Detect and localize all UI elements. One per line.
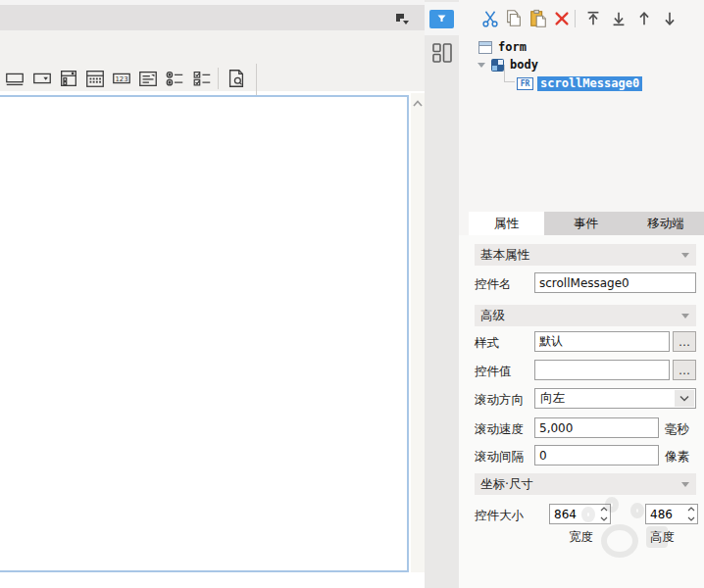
designer-region: 123 控件 <box>0 0 425 588</box>
tree-connector <box>504 65 515 82</box>
tree-node-label-selected: scrollMessage0 <box>537 76 642 91</box>
control-size-label: 控件大小 <box>475 508 524 524</box>
width-spinner[interactable] <box>549 504 611 524</box>
fr-control-icon: FR <box>517 77 533 90</box>
scroll-speed-label: 滚动速度 <box>475 421 524 438</box>
style-label: 样式 <box>475 335 499 352</box>
cut-icon[interactable] <box>479 8 501 29</box>
move-down-icon[interactable] <box>659 8 680 29</box>
toolbox-toggle-button[interactable] <box>429 10 454 28</box>
svg-text:123: 123 <box>115 75 127 83</box>
width-spin-down-icon[interactable] <box>597 514 610 524</box>
number-field-control-icon[interactable]: 123 <box>110 67 133 90</box>
toolbox-toggle-wrap <box>425 2 459 35</box>
height-input[interactable] <box>646 505 683 523</box>
tab-mobile[interactable]: 移动端 <box>628 212 704 235</box>
control-value-ellipsis-button[interactable]: … <box>673 360 696 380</box>
tab-properties[interactable]: 属性 <box>469 212 544 235</box>
canvas-scrollbar[interactable] <box>411 93 425 572</box>
mid-toolbar-strip <box>425 0 459 588</box>
collapse-caret-icon <box>681 314 689 318</box>
control-name-label: 控件名 <box>475 276 512 293</box>
ribbon-pin-icon[interactable] <box>394 12 410 25</box>
control-value-label: 控件值 <box>475 364 512 380</box>
section-title: 坐标·尺寸 <box>480 476 533 493</box>
preview-icon[interactable] <box>225 67 248 90</box>
height-sublabel: 高度 <box>650 529 675 546</box>
style-ellipsis-button[interactable]: … <box>673 331 696 352</box>
copy-icon[interactable] <box>503 8 525 29</box>
checkbox-group-control-icon[interactable] <box>190 67 214 90</box>
section-title: 基本属性 <box>480 247 529 264</box>
form-icon <box>478 41 492 54</box>
move-bottom-icon[interactable] <box>608 8 629 29</box>
control-value-input[interactable] <box>534 360 670 380</box>
selected-option: 向左 <box>540 390 565 407</box>
scroll-interval-input[interactable] <box>534 445 659 466</box>
section-title: 高级 <box>480 308 505 324</box>
scroll-interval-label: 滚动间隔 <box>475 449 524 466</box>
scroll-speed-input[interactable] <box>534 417 659 438</box>
scroll-interval-unit: 像素 <box>665 449 689 466</box>
section-coords-size[interactable]: 坐标·尺寸 <box>475 473 696 495</box>
delete-icon[interactable] <box>551 8 573 29</box>
design-canvas[interactable] <box>0 95 409 572</box>
textarea-control-icon[interactable] <box>136 67 160 90</box>
toolbar-separator <box>575 10 576 27</box>
control-name-input[interactable] <box>534 272 696 293</box>
width-sublabel: 宽度 <box>569 529 593 546</box>
tree-node-label: form <box>498 40 527 54</box>
section-advanced[interactable]: 高级 <box>475 305 696 326</box>
select-chevron-icon[interactable] <box>675 390 694 407</box>
property-tabbar: 属性 事件 移动端 <box>469 212 704 235</box>
collapse-caret-icon <box>681 253 689 258</box>
textbox-control-icon[interactable] <box>3 67 26 90</box>
scroll-direction-label: 滚动方向 <box>475 392 524 409</box>
height-spin-down-icon[interactable] <box>684 514 697 524</box>
list-panel-control-icon[interactable] <box>57 67 80 90</box>
scrollbar-up-icon[interactable] <box>411 95 425 111</box>
section-basic-properties[interactable]: 基本属性 <box>475 244 696 266</box>
ribbon-title-bar <box>0 5 425 30</box>
body-icon <box>491 59 504 72</box>
height-spin-up-icon[interactable] <box>684 505 697 514</box>
radio-group-control-icon[interactable] <box>163 67 186 90</box>
tab-events[interactable]: 事件 <box>544 212 628 235</box>
move-top-icon[interactable] <box>582 8 604 29</box>
move-up-icon[interactable] <box>633 8 655 29</box>
collapse-caret-icon <box>681 482 689 487</box>
tree-node-scrollmessage[interactable]: FR scrollMessage0 <box>517 75 642 91</box>
ribbon-controls-group: 123 控件 <box>0 30 425 91</box>
width-input[interactable] <box>550 505 596 523</box>
datepicker-control-icon[interactable] <box>83 67 107 90</box>
expander-icon[interactable] <box>478 63 485 68</box>
scroll-direction-select[interactable]: 向左 <box>534 388 696 409</box>
paste-icon[interactable] <box>528 8 549 29</box>
style-input[interactable] <box>534 331 670 352</box>
height-spinner[interactable] <box>645 504 698 524</box>
layout-panel-icon[interactable] <box>431 42 453 64</box>
combobox-control-icon[interactable] <box>30 67 54 90</box>
tree-node-form[interactable]: form <box>478 39 527 55</box>
scroll-speed-unit: 毫秒 <box>665 421 689 438</box>
ribbon-icon-separator <box>218 68 219 89</box>
width-spin-up-icon[interactable] <box>597 505 610 514</box>
